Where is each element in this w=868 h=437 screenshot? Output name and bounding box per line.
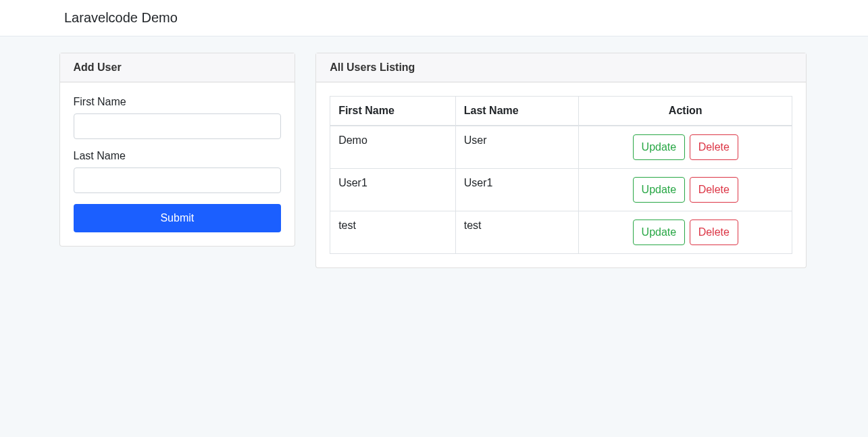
update-button[interactable]: Update xyxy=(633,177,686,203)
column-first-name: First Name xyxy=(330,97,456,126)
table-row: Demo User Update Delete xyxy=(330,126,792,169)
table-row: test test Update Delete xyxy=(330,211,792,254)
add-user-form: First Name Last Name Submit xyxy=(74,96,282,232)
cell-first-name: Demo xyxy=(330,126,456,169)
table-row: User1 User1 Update Delete xyxy=(330,169,792,211)
cell-first-name: User1 xyxy=(330,169,456,211)
table-header-row: First Name Last Name Action xyxy=(330,97,792,126)
delete-button[interactable]: Delete xyxy=(690,177,738,203)
listing-card-header: All Users Listing xyxy=(316,53,806,82)
cell-last-name: test xyxy=(455,211,579,254)
add-user-card-header: Add User xyxy=(60,53,295,82)
listing-card: All Users Listing First Name Last Name A… xyxy=(315,53,807,268)
first-name-label: First Name xyxy=(74,96,282,108)
add-user-card-body: First Name Last Name Submit xyxy=(60,82,295,246)
cell-action: Update Delete xyxy=(579,169,792,211)
main-row: Add User First Name Last Name Submit xyxy=(59,53,809,268)
add-user-column: Add User First Name Last Name Submit xyxy=(59,53,296,268)
last-name-input[interactable] xyxy=(74,168,282,193)
first-name-input[interactable] xyxy=(74,113,282,139)
cell-last-name: User1 xyxy=(455,169,579,211)
cell-first-name: test xyxy=(330,211,456,254)
submit-button[interactable]: Submit xyxy=(74,204,282,232)
delete-button[interactable]: Delete xyxy=(690,220,738,245)
cell-action: Update Delete xyxy=(579,126,792,169)
last-name-label: Last Name xyxy=(74,150,282,162)
update-button[interactable]: Update xyxy=(633,220,686,245)
column-action: Action xyxy=(579,97,792,126)
navbar: Laravelcode Demo xyxy=(0,0,868,36)
first-name-group: First Name xyxy=(74,96,282,139)
column-last-name: Last Name xyxy=(455,97,579,126)
delete-button[interactable]: Delete xyxy=(690,134,738,160)
cell-action: Update Delete xyxy=(579,211,792,254)
submit-group: Submit xyxy=(74,204,282,232)
add-user-card: Add User First Name Last Name Submit xyxy=(59,53,296,247)
last-name-group: Last Name xyxy=(74,150,282,193)
users-table: First Name Last Name Action Demo User Up… xyxy=(330,96,792,254)
main-container: Add User First Name Last Name Submit xyxy=(49,53,819,268)
update-button[interactable]: Update xyxy=(633,134,686,160)
listing-card-body: First Name Last Name Action Demo User Up… xyxy=(316,82,806,267)
cell-last-name: User xyxy=(455,126,579,169)
navbar-brand[interactable]: Laravelcode Demo xyxy=(64,10,178,25)
listing-column: All Users Listing First Name Last Name A… xyxy=(315,53,807,268)
